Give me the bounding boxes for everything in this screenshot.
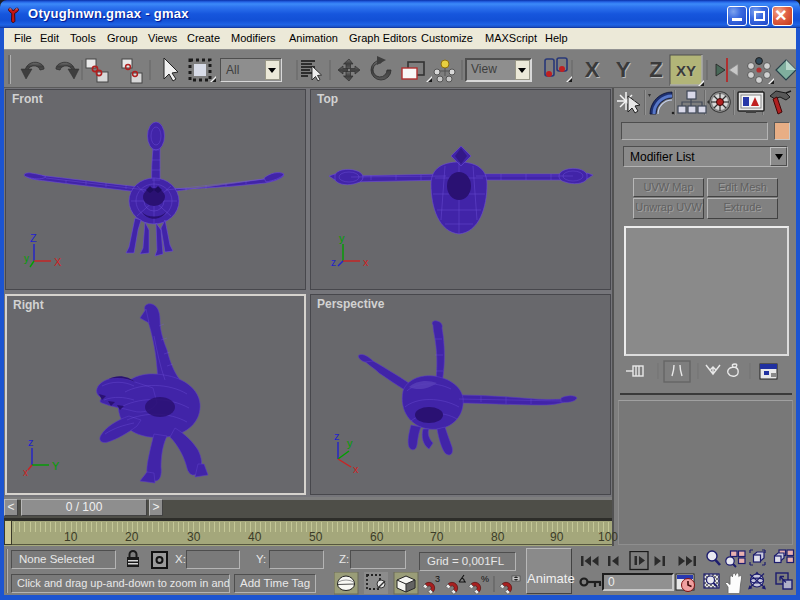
svg-text:z: z xyxy=(331,257,336,268)
svg-text:x: x xyxy=(23,467,28,478)
svg-text:X: X xyxy=(585,57,600,82)
svg-text:XY: XY xyxy=(676,62,696,79)
svg-text:y: y xyxy=(24,253,29,264)
svg-text:z: z xyxy=(28,436,34,448)
svg-text:X: X xyxy=(54,256,62,268)
svg-text:x: x xyxy=(353,463,359,475)
svg-text:3: 3 xyxy=(435,574,440,584)
svg-text:%: % xyxy=(481,574,489,584)
svg-text:Z: Z xyxy=(649,57,662,82)
svg-text:z: z xyxy=(334,430,340,442)
svg-text:x: x xyxy=(363,256,369,268)
svg-text:Y: Y xyxy=(616,57,631,82)
svg-text:y: y xyxy=(339,232,345,244)
svg-text:Z: Z xyxy=(30,232,37,244)
svg-text:y: y xyxy=(347,437,353,449)
svg-text:Y: Y xyxy=(52,460,60,472)
